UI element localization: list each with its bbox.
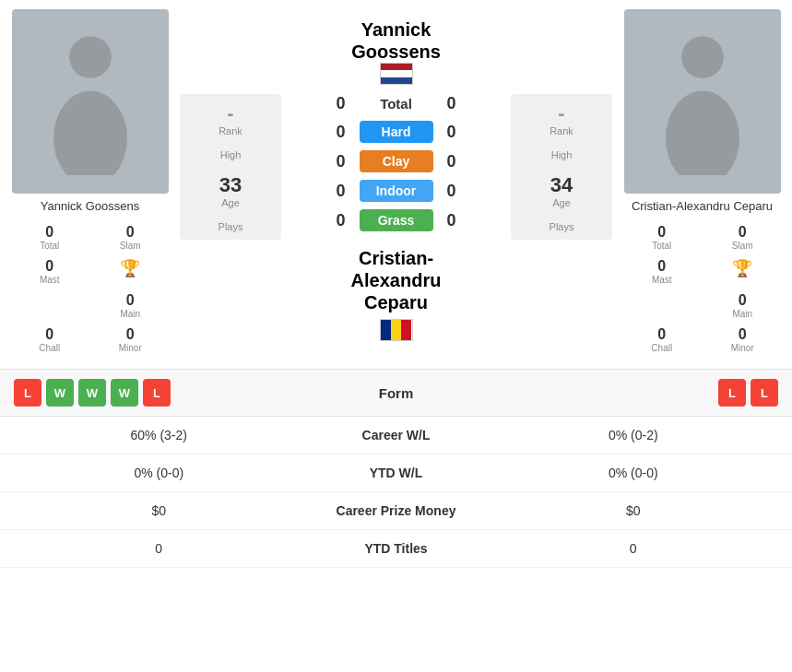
player1-mast-label: Mast [40,275,60,285]
player2-rank-label: Rank [550,125,573,136]
center-panel: Yannick Goossens - Rank [175,9,617,360]
player2-minor-label: Minor [731,343,754,353]
career-wl-row: 60% (3-2) Career W/L 0% (0-2) [0,417,792,454]
form-badge-p1: L [14,379,41,407]
player2-trophy-cell: 🏆 [703,254,784,289]
player2-plays-row: Plays [550,221,574,232]
p1-score-hard: 0 [332,123,350,142]
player2-age-row: 34 Age [550,173,573,208]
player2-name-below: Cristian-Alexandru Ceparu [632,199,773,213]
player2-career-wl: 0% (0-2) [489,428,779,442]
player2-total-value: 0 [657,224,666,241]
player1-rank-label: Rank [219,125,242,136]
p2-score-total: 0 [443,94,461,113]
player2-header-name: Cristian- Alexandru Ceparu [351,247,442,313]
player1-column: Yannick Goossens 0 Total 0 Slam 0 Mast 🏆 [9,9,171,360]
prize-row: $0 Career Prize Money $0 [0,492,792,530]
stats-rows: 60% (3-2) Career W/L 0% (0-2) 0% (0-0) Y… [0,416,792,568]
player2-header-area: Cristian- Alexandru Ceparu [351,247,442,350]
player2-column: Cristian-Alexandru Ceparu 0 Total 0 Slam… [621,9,783,360]
player1-rank-row: - Rank [219,101,242,136]
flag-ro [380,319,413,341]
p2-score-clay: 0 [443,152,461,171]
player2-age-value: 34 [550,173,573,197]
p1-score-grass: 0 [332,211,350,230]
player2-mast-label: Mast [652,275,672,285]
player1-age-label: Age [221,197,240,208]
score-row-clay: 0 Clay 0 [286,150,506,172]
player1-trophy-cell: 🏆 [90,254,171,289]
score-row-hard: 0 Hard 0 [286,121,506,143]
svg-point-1 [53,91,127,175]
player2-prize: $0 [489,503,779,518]
main-container: Yannick Goossens 0 Total 0 Slam 0 Mast 🏆 [0,0,792,568]
player1-header-name: Yannick Goossens [351,18,441,63]
player2-main-label: Main [732,309,752,319]
player2-rank-value: - [558,101,564,125]
flag-ro-blue [381,320,391,340]
player2-mast-value: 0 [657,258,666,275]
player1-high-label: High [220,149,242,160]
ytd-wl-label: YTD W/L [304,466,489,480]
p1-score-indoor: 0 [332,182,350,201]
player2-silhouette [647,28,758,175]
flag-nl [380,63,413,85]
player2-minor-value: 0 [739,326,747,343]
player1-chall-label: Chall [39,343,60,353]
player2-total-label: Total [652,241,671,251]
player1-ytd-titles: 0 [14,541,304,556]
player1-age-value: 33 [219,173,242,197]
player2-ytd-wl: 0% (0-0) [489,466,779,480]
player2-slam-cell: 0 Slam [703,220,784,254]
p1-score-total: 0 [332,94,350,113]
player1-total-value: 0 [45,224,53,241]
player2-stats-grid: 0 Total 0 Slam 0 Mast 🏆 0 Mai [621,220,783,357]
player1-total-label: Total [40,241,59,251]
player1-main-cell: 0 Main [90,289,171,323]
player1-slam-cell: 0 Slam [90,220,171,254]
form-badge-p1: W [78,379,106,407]
player1-mast-cell: 0 Mast [9,254,90,289]
player1-minor-cell: 0 Minor [90,323,171,357]
player2-plays-label: Plays [550,221,574,232]
flag-nl-white [381,70,412,77]
player2-flag [380,319,413,341]
player1-career-wl: 60% (3-2) [14,428,304,442]
svg-point-2 [681,36,724,78]
player1-flag [380,63,413,85]
player1-silhouette [35,28,146,175]
p2-score-hard: 0 [443,123,461,142]
player1-main-cell-empty [9,289,90,323]
player2-high-row: High [551,149,573,160]
player2-minor-cell: 0 Minor [703,323,784,357]
ytd-titles-row: 0 YTD Titles 0 [0,530,792,568]
player1-main-value: 0 [126,292,135,309]
player2-total-cell: 0 Total [621,220,703,254]
svg-point-0 [69,36,112,78]
form-section: LWWWL Form LL [0,369,792,416]
clay-btn: Clay [360,150,433,172]
player2-chall-label: Chall [651,343,672,353]
player2-mast-cell: 0 Mast [621,254,703,289]
prize-label: Career Prize Money [304,503,489,518]
flag-ro-red [401,320,411,340]
score-row-total: 0 Total 0 [286,94,506,113]
player2-slam-label: Slam [732,241,753,251]
player2-age-label: Age [552,197,571,208]
player1-form-badges: LWWWL [14,379,263,407]
player1-stat-card: - Rank High 33 Age Plays [180,94,281,240]
player2-stat-card: - Rank High 34 Age Plays [511,94,612,240]
form-badge-p1: W [46,379,74,407]
ytd-titles-label: YTD Titles [304,541,489,556]
player2-form-badges: LL [529,379,778,407]
player2-rank-row: - Rank [550,101,573,136]
svg-point-3 [666,91,739,175]
flag-nl-red [381,64,412,70]
form-badge-p2: L [751,379,778,407]
total-label: Total [360,96,433,112]
player2-chall-cell: 0 Chall [621,323,703,357]
top-section: Yannick Goossens 0 Total 0 Slam 0 Mast 🏆 [0,0,792,369]
player1-slam-label: Slam [120,241,141,251]
player2-main-cell: 0 Main [703,289,784,323]
player1-photo [12,9,169,194]
